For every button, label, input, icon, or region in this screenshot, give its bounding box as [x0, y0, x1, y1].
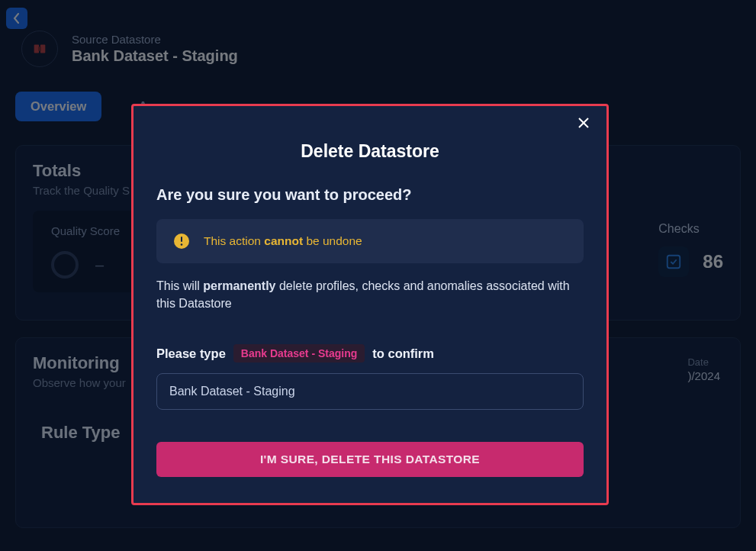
warn-suffix: be undone [303, 234, 362, 247]
modal-subtitle: Are you sure you want to proceed? [156, 186, 584, 204]
confirm-input[interactable] [156, 373, 584, 410]
confirm-badge: Bank Dataset - Staging [233, 344, 365, 362]
warn-bold: cannot [264, 234, 303, 247]
perm-prefix: This will [156, 279, 203, 292]
delete-confirm-button[interactable]: I'M SURE, DELETE THIS DATASTORE [156, 442, 584, 477]
warning-text: This action cannot be undone [204, 234, 362, 248]
warning-box: This action cannot be undone [156, 219, 584, 263]
svg-rect-5 [181, 237, 182, 242]
modal-title: Delete Datastore [156, 141, 584, 162]
warn-prefix: This action [204, 234, 264, 247]
delete-datastore-modal: Delete Datastore Are you sure you want t… [131, 104, 609, 505]
perm-bold: permanently [203, 279, 275, 292]
confirm-label: Please type Bank Dataset - Staging to co… [156, 344, 584, 362]
permanent-delete-text: This will permanently delete profiles, c… [156, 277, 584, 312]
svg-point-6 [181, 243, 183, 246]
confirm-prefix: Please type [156, 346, 226, 361]
close-button[interactable] [577, 117, 593, 132]
close-icon [577, 117, 590, 129]
confirm-suffix: to confirm [372, 346, 434, 361]
warning-icon [173, 233, 190, 250]
